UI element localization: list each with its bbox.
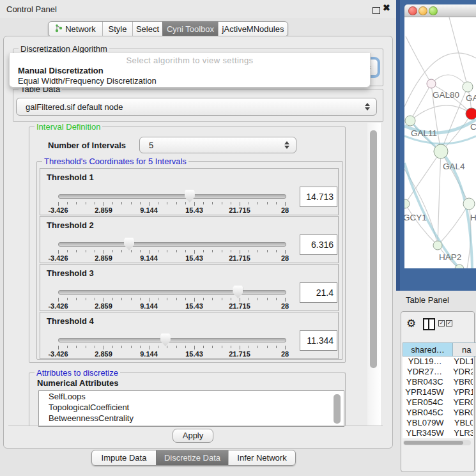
network-node[interactable] [433,241,442,250]
slider-handle[interactable] [185,190,195,203]
tick-mark [95,298,95,300]
network-node[interactable] [427,79,436,88]
minimize-button[interactable] [418,6,427,15]
control-panel-tabs: Network Style Select Cyni Toolbox jActiv… [48,21,288,37]
tick-mark [140,250,141,252]
panel-scrollbar-track[interactable] [367,123,381,426]
tab-discretize-data[interactable]: Discretize Data [156,450,228,465]
threshold-value-field[interactable]: 21.4 [300,282,337,303]
table-cell: YBL079W [403,418,448,428]
tick-mark [149,346,150,349]
table-data-combobox[interactable]: galFiltered.sif default node [16,98,377,116]
threshold-value-field[interactable]: 14.713 [300,187,337,207]
attribute-item[interactable]: BetweennessCentrality [39,413,344,424]
network-node[interactable] [463,198,475,210]
tick-mark [76,202,77,204]
tab-select[interactable]: Select [132,22,162,36]
network-edge[interactable] [449,17,468,87]
tick-mark [285,298,286,302]
dropdown-option-manual[interactable]: Manual Discretization [18,66,104,75]
close-icon[interactable]: ✖ [383,3,390,13]
group-title: Interval Definition [35,122,102,132]
slider-handle[interactable] [233,286,243,298]
network-edge[interactable] [410,105,472,121]
table-row[interactable]: YPR145WYPR1 [403,387,473,397]
network-canvas[interactable]: GAL80GACGAL11GAL4GCY1HHAP2 [404,17,476,268]
network-edge[interactable] [431,75,468,87]
tick-mark [58,202,59,206]
attribute-item[interactable]: SelfLoops [39,391,344,402]
table-cell: YPR145W [403,387,447,397]
numerical-attributes-list[interactable]: SelfLoopsTopologicalCoefficientBetweenne… [38,390,344,427]
dropdown-placeholder: Select algorithm to view settings [10,56,370,65]
table-hscrollbar-track[interactable] [403,440,471,445]
column-layout-icon[interactable] [423,318,435,330]
tick-label: 9.144 [140,302,158,310]
network-window-titlebar[interactable] [404,4,476,17]
table-row[interactable]: YLR345WYLR3 [403,428,473,438]
network-edge[interactable] [438,151,441,245]
tab-style[interactable]: Style [102,22,132,36]
table-row[interactable]: YBL079WYBL0 [403,418,473,428]
zoom-button[interactable] [429,6,438,15]
num-intervals-combobox[interactable]: 5 [139,137,296,153]
threshold-slider[interactable] [58,290,286,295]
tick-mark [104,298,104,302]
network-node-label: GCY1 [404,213,427,222]
threshold-slider[interactable] [58,242,286,247]
gear-icon[interactable]: ⚙ [406,317,416,330]
tab-cyni-toolbox[interactable]: Cyni Toolbox [162,22,218,36]
column-header-name[interactable]: na [453,342,476,357]
threshold-slider[interactable] [58,194,286,199]
tick-mark [276,346,277,348]
tick-mark [222,346,222,348]
threshold-slider[interactable] [58,338,286,342]
tick-rail: -3.4262.8599.14415.4321.71528 [58,346,285,358]
checkbox-pair-icon[interactable]: ✓✓ [438,320,452,326]
table-row[interactable]: YBR043CYBR0 [403,377,473,387]
tab-impute-data[interactable]: Impute Data [92,450,156,465]
network-node[interactable] [405,116,415,126]
tick-mark [112,346,113,348]
tick-label: 28 [281,302,289,310]
table-row[interactable]: YDL19…YDL1 [403,357,473,367]
list-scrollbar-thumb[interactable] [334,394,341,424]
tab-label: Select [136,24,159,34]
slider-handle[interactable] [160,334,171,346]
float-window-icon[interactable] [372,7,380,14]
tick-mark [76,346,77,348]
table-hscrollbar-thumb[interactable] [404,441,463,445]
threshold-value-field[interactable]: 6.316 [300,234,337,255]
table-row[interactable]: YDR27…YDR2 [403,367,473,377]
tick-mark [185,346,186,348]
tick-mark [203,202,204,204]
apply-button[interactable]: Apply [173,429,213,443]
tick-mark [104,202,104,206]
panel-scrollbar-thumb[interactable] [370,130,377,368]
attribute-item[interactable]: TopologicalCoefficient [39,402,344,413]
tick-mark [176,202,177,204]
network-edge[interactable] [406,36,431,84]
network-node[interactable] [434,144,448,158]
tab-network[interactable]: Network [49,22,102,36]
tick-mark [95,250,95,252]
table-row[interactable]: YBR045CYBR0 [403,408,473,418]
table-row[interactable]: YER054CYER0 [403,397,473,408]
column-header-shared-name[interactable]: shared… [403,342,453,357]
network-node[interactable] [463,82,473,92]
tick-mark [240,346,240,349]
network-node[interactable] [404,199,410,208]
dropdown-option-equal-width[interactable]: Equal Width/Frequency Discretization [18,76,157,86]
threshold-value-field[interactable]: 11.344 [300,330,337,351]
tick-mark [212,250,213,252]
network-node[interactable] [466,108,476,119]
network-edge[interactable] [438,204,469,245]
slider-handle[interactable] [124,238,134,250]
close-button[interactable] [408,6,417,15]
tab-infer-network[interactable]: Infer Network [228,450,295,465]
table-cell: YLR3 [447,428,473,438]
tick-mark [285,346,286,349]
tick-mark [285,202,286,206]
network-view-window[interactable]: GAL80GACGAL11GAL4GCY1HHAP2 [396,0,476,291]
tab-jactivemnodules[interactable]: jActiveMNodules [218,22,288,36]
